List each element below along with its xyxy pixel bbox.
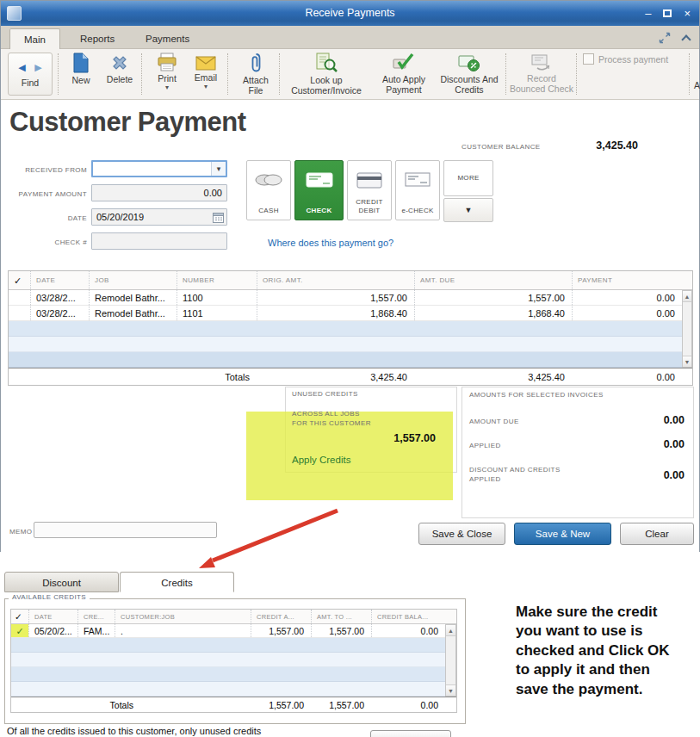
credit-empty-row[interactable] — [11, 653, 456, 667]
method-cash-tile[interactable]: CASH — [246, 160, 291, 220]
header-job[interactable]: JOB — [89, 271, 177, 289]
echeck-icon — [405, 172, 431, 187]
row-checkbox[interactable] — [9, 290, 30, 305]
check-number-field[interactable] — [91, 232, 227, 250]
find-button[interactable]: ◀ ▶ Find — [8, 53, 53, 96]
cell-payment[interactable]: 0.00 — [572, 306, 682, 320]
clear-button[interactable]: Clear — [620, 523, 694, 545]
print-button[interactable]: Print ▾ — [149, 53, 185, 91]
invoice-table-scrollbar[interactable]: ▲ ▼ — [682, 290, 692, 368]
echeck-label: e-CHECK — [396, 207, 439, 215]
tab-payments[interactable]: Payments — [132, 28, 203, 49]
credit-empty-row[interactable] — [11, 682, 456, 697]
discounts-and-credits-button[interactable]: Discounts And Credits — [435, 53, 504, 95]
method-echeck-tile[interactable]: e-CHECK — [395, 160, 440, 220]
auto-apply-payment-button[interactable]: Auto Apply Payment — [373, 53, 435, 95]
clear-button-dialog[interactable]: Clear — [370, 730, 451, 737]
invoice-empty-row[interactable] — [9, 321, 692, 337]
email-envelope-icon — [195, 56, 216, 71]
print-dropdown-icon[interactable]: ▾ — [149, 84, 185, 91]
where-payment-link[interactable]: Where does this payment go? — [268, 238, 393, 248]
credit-checkbox-checked[interactable]: ✓ — [11, 624, 28, 637]
cell-number: 1100 — [177, 290, 257, 305]
header-number[interactable]: NUMBER — [177, 271, 257, 289]
payment-amount-field[interactable]: 0.00 — [91, 184, 227, 201]
save-new-button[interactable]: Save & New — [514, 523, 611, 545]
row-checkbox[interactable] — [9, 306, 30, 320]
scroll-down-icon[interactable]: ▼ — [446, 684, 455, 696]
date-field[interactable]: 05/20/2019 — [91, 208, 227, 226]
cell-orig-amt: 1,868.40 — [257, 306, 414, 320]
invoice-empty-row[interactable] — [9, 337, 692, 352]
close-button[interactable]: × — [684, 8, 691, 19]
auto-apply-check-icon — [393, 53, 415, 72]
minimize-button[interactable]: – — [645, 8, 651, 19]
delete-button[interactable]: Delete — [101, 53, 139, 84]
header-credit-no[interactable]: CRE... — [77, 610, 115, 623]
tab-reports[interactable]: Reports — [66, 28, 128, 49]
header-amt-to-use[interactable]: AMT. TO ... — [311, 610, 371, 623]
credits-table-scrollbar[interactable]: ▲ ▼ — [445, 624, 456, 697]
tab-discount[interactable]: Discount — [4, 572, 119, 592]
memo-input[interactable] — [34, 522, 217, 538]
email-dropdown-icon[interactable]: ▾ — [188, 84, 224, 90]
toolbar-separator — [576, 53, 577, 95]
header-credit-balance[interactable]: CREDIT BALA... — [371, 610, 445, 623]
cell-payment[interactable]: 0.00 — [572, 290, 682, 305]
attach-label-line2: File — [235, 85, 276, 96]
applied-label: APPLIED — [469, 442, 501, 449]
lookup-customer-invoice-button[interactable]: Look up Customer/Invoice — [283, 53, 369, 96]
back-arrow-icon[interactable]: ◀ — [18, 62, 25, 72]
email-button[interactable]: Email ▾ — [188, 53, 224, 90]
invoice-empty-row[interactable] — [9, 352, 692, 368]
credit-empty-row[interactable] — [11, 638, 456, 653]
method-more-tile[interactable]: MORE — [443, 160, 493, 196]
more-methods-arrow-button[interactable]: ▼ — [443, 198, 493, 222]
invoice-row[interactable]: 03/28/2... Remodel Bathr... 1100 1,557.0… — [9, 290, 692, 306]
payment-form: Customer Payment CUSTOMER BALANCE 3,425.… — [1, 100, 699, 553]
tab-credits[interactable]: Credits — [120, 572, 234, 592]
expand-ribbon-icon[interactable] — [659, 32, 671, 44]
tab-main[interactable]: Main — [9, 28, 60, 49]
calendar-icon[interactable] — [213, 212, 224, 223]
attach-file-button[interactable]: Attach File — [235, 53, 276, 96]
credit-row-selected[interactable]: ✓ 05/20/2... FAM... . 1,557.00 1,557.00 … — [11, 624, 456, 638]
check-label: CHECK — [295, 207, 343, 215]
apply-credits-button[interactable]: Apply Credits — [292, 455, 350, 465]
collapse-ribbon-icon[interactable] — [681, 34, 691, 44]
combo-dropdown-icon[interactable]: ▾ — [211, 162, 226, 176]
credit-card-icon — [356, 172, 382, 189]
titlebar[interactable]: Receive Payments – × — [1, 1, 699, 26]
new-button[interactable]: New — [65, 53, 97, 85]
method-check-tile-selected[interactable]: CHECK — [294, 160, 344, 220]
process-payment-checkbox[interactable]: Process payment — [583, 53, 668, 65]
nav-arrows: ◀ ▶ — [9, 59, 52, 74]
header-payment[interactable]: PAYMENT — [572, 271, 682, 289]
totals-orig-amt: 3,425.40 — [257, 368, 414, 385]
scroll-down-icon[interactable]: ▼ — [683, 356, 691, 367]
cell-date: 03/28/2... — [30, 290, 89, 305]
print-label: Print — [149, 73, 185, 84]
invoice-row[interactable]: 03/28/2... Remodel Bathr... 1101 1,868.4… — [9, 306, 692, 321]
maximize-button[interactable] — [663, 8, 672, 19]
checkbox-icon — [583, 53, 594, 65]
received-from-combo[interactable]: ▾ — [91, 160, 227, 177]
forward-arrow-icon[interactable]: ▶ — [34, 62, 41, 72]
header-credit-amt[interactable]: CREDIT A... — [251, 610, 311, 623]
save-close-button[interactable]: Save & Close — [418, 523, 505, 545]
scroll-up-icon[interactable]: ▲ — [683, 291, 691, 302]
maximize-icon — [663, 9, 672, 17]
totals-payment: 0.00 — [572, 368, 682, 385]
toolbar-partial-label[interactable]: A — [694, 80, 700, 90]
header-customer-job[interactable]: CUSTOMER:JOB — [115, 610, 251, 623]
header-date[interactable]: DATE — [28, 610, 77, 623]
scroll-up-icon[interactable]: ▲ — [446, 625, 455, 636]
header-date[interactable]: DATE — [30, 271, 89, 289]
discount-credits-label-line2: APPLIED — [469, 475, 501, 483]
header-orig-amt[interactable]: ORIG. AMT. — [257, 271, 414, 289]
header-amt-due[interactable]: AMT. DUE — [414, 271, 572, 289]
cell-amt-to-use[interactable]: 1,557.00 — [311, 624, 371, 637]
credit-empty-row[interactable] — [11, 667, 456, 682]
method-credit-debit-tile[interactable]: CREDIT DEBIT — [347, 160, 392, 220]
more-arrow-icon: ▼ — [465, 206, 473, 214]
